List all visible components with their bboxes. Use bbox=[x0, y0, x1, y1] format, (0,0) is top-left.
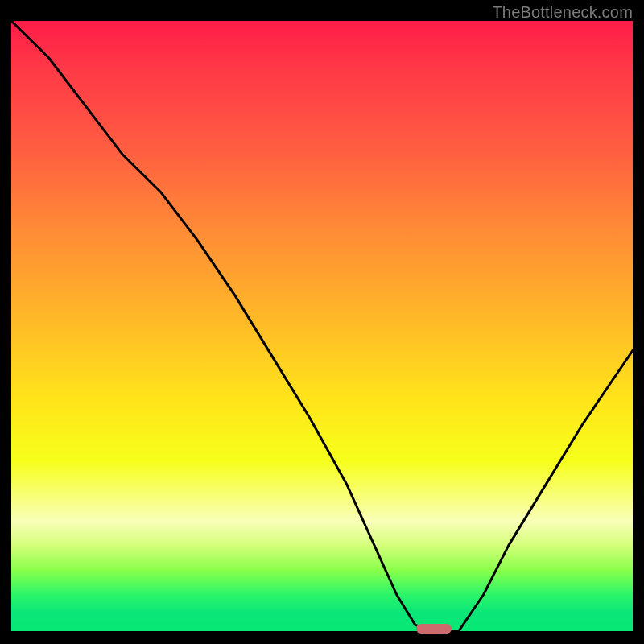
gradient-plot-area bbox=[11, 21, 633, 631]
watermark-text: TheBottleneck.com bbox=[492, 3, 633, 22]
chart-frame: TheBottleneck.com bbox=[0, 0, 644, 644]
